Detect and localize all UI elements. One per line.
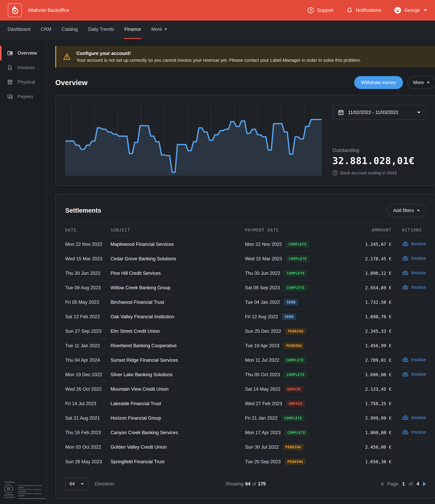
sidebar-item-physical[interactable]: Physical xyxy=(0,75,46,89)
invoice-download-link[interactable]: Invoice xyxy=(402,285,426,290)
row-date: Mon 22 Nov 2022 xyxy=(65,242,111,247)
row-subject: Silver Lake Banking Solutions xyxy=(111,372,245,378)
withdraw-money-button[interactable]: Withdraw money xyxy=(354,76,403,89)
showing-count: 64 xyxy=(245,481,250,487)
outstanding-summary: Outstanding 32.881.028,01€ Bank account … xyxy=(332,147,426,176)
tab-finance[interactable]: Finance xyxy=(124,20,141,39)
row-amount: 1.098,76 € xyxy=(334,314,391,319)
bcorp-corporation-label: Corporation xyxy=(4,496,15,498)
next-page-button[interactable] xyxy=(423,482,426,486)
table-row[interactable]: Tue 09 Aug 2023 Willow Creek Banking Gro… xyxy=(65,281,426,295)
settlements-table: DATE SUBJECT PAYMENT DATE AMMOUNT ACTION… xyxy=(65,223,426,469)
table-row[interactable]: Thu 30 Jun 2022 Pine Hill Credit Service… xyxy=(65,266,426,281)
table-row[interactable]: Wed 26 Oct 2022 Mountain View Credit Uni… xyxy=(65,382,426,396)
table-row[interactable]: Fri 05 May 2023 Birchwood Financial Trus… xyxy=(65,295,426,310)
table-row[interactable]: Sun 27 Sep 2023 Elm Street Credit Union … xyxy=(65,324,426,339)
table-row[interactable]: Wed 15 Mar 2023 Cedar Grove Banking Solu… xyxy=(65,252,426,266)
calendar-icon xyxy=(338,109,344,116)
table-row[interactable]: Mon 03 Oct 2022 Golden Valley Credit Uni… xyxy=(65,440,426,455)
row-actions: Invoice xyxy=(391,285,426,291)
table-row[interactable]: Sat 12 Feb 2022 Oak Valley Financial Ins… xyxy=(65,310,426,324)
table-row[interactable]: Thu 16 Feb 2023 Canyon Creek Banking Ser… xyxy=(65,425,426,440)
support-button[interactable]: Support xyxy=(307,7,333,14)
table-row[interactable]: Sat 21 Aug 2021 Horizon Financial Group … xyxy=(65,411,426,425)
invoice-download-link[interactable]: Invoice xyxy=(402,270,426,276)
finance-sidebar: Overview Invoices Physical Payees xyxy=(0,39,47,504)
row-amount: 2.654,89 € xyxy=(334,285,391,290)
sidebar-item-label: Payees xyxy=(18,94,33,99)
row-subject: Willow Creek Banking Group xyxy=(111,285,245,290)
help-circle-icon[interactable] xyxy=(332,170,338,176)
row-payment-date: Thu 05 Oct 2023 COMPLETE xyxy=(245,371,334,378)
row-amount: 1.800,80 € xyxy=(334,430,391,435)
table-row[interactable]: Thu 04 Apr 2024 Sunset Ridge Financial S… xyxy=(65,353,426,368)
document-icon xyxy=(7,65,13,71)
notifications-label: Notifications xyxy=(356,8,381,13)
row-date: Fri 05 May 2023 xyxy=(65,299,111,305)
table-row[interactable]: Tue 11 Jan 2022 Riverbend Banking Cooper… xyxy=(65,339,426,353)
row-actions: Invoice xyxy=(391,270,426,277)
banner-message: Your account is not set up correctly so … xyxy=(76,58,361,63)
row-date: Fri 14 Jul 2023 xyxy=(65,401,111,406)
cloud-download-icon xyxy=(402,430,409,435)
invoice-download-link[interactable]: Invoice xyxy=(402,371,426,377)
storefront-icon xyxy=(7,79,13,85)
row-amount: 1.650,30 € xyxy=(334,459,391,464)
tab-daily-trends[interactable]: Daily Trends xyxy=(88,20,114,39)
row-amount: 2.345,33 € xyxy=(334,329,391,334)
table-row[interactable]: Fri 14 Jul 2023 Lakeside Financial Trust… xyxy=(65,396,426,411)
table-row[interactable]: Sun 28 May 2023 Springfield Financial Tr… xyxy=(65,455,426,469)
cloud-download-icon xyxy=(402,270,409,275)
tab-dashboard[interactable]: Dashboard xyxy=(7,20,31,39)
row-subject: Elm Street Credit Union xyxy=(111,329,245,334)
invoice-label: Invoice xyxy=(411,256,426,261)
col-actions: ACTIONS xyxy=(391,223,426,237)
invoice-download-link[interactable]: Invoice xyxy=(402,357,426,362)
wallet-icon xyxy=(7,50,13,56)
tab-more[interactable]: More xyxy=(151,20,168,39)
row-date: Tue 11 Jan 2022 xyxy=(65,343,111,348)
tab-crm[interactable]: CRM xyxy=(40,20,52,39)
status-badge: PENDING xyxy=(285,328,306,334)
row-subject: Sunset Ridge Financial Services xyxy=(111,358,245,363)
invoice-download-link[interactable]: Invoice xyxy=(402,241,426,247)
cloud-download-icon xyxy=(402,256,409,261)
row-actions: Invoice xyxy=(391,415,426,422)
page-size-select[interactable]: 64 xyxy=(65,477,88,490)
sidebar-item-payees[interactable]: Payees xyxy=(0,89,46,104)
altafonte-logo[interactable] xyxy=(8,3,22,17)
cloud-download-icon xyxy=(402,285,409,290)
table-footer: 64 Elements Showing 64 of 175 Page 1 of xyxy=(65,474,426,493)
col-subject: SUBJECT xyxy=(111,223,245,237)
status-badge: UNPAID xyxy=(286,400,305,407)
row-subject: Cedar Grove Banking Solutions xyxy=(111,256,245,261)
add-filters-button[interactable]: Add filters xyxy=(387,204,426,217)
tab-catalog[interactable]: Catalog xyxy=(61,20,78,39)
notifications-button[interactable]: Notifications xyxy=(346,7,381,14)
sidebar-item-overview[interactable]: Overview xyxy=(0,46,46,60)
invoice-label: Invoice xyxy=(411,241,426,247)
row-subject: Golden Valley Credit Union xyxy=(111,444,245,450)
status-badge: PENDING xyxy=(285,459,306,465)
invoice-label: Invoice xyxy=(411,430,426,435)
cloud-download-icon xyxy=(402,415,409,420)
sidebar-item-invoices[interactable]: Invoices xyxy=(0,60,46,75)
chevron-down-icon xyxy=(427,82,430,83)
app-title: Altafonte Backoffice xyxy=(28,8,69,13)
invoice-label: Invoice xyxy=(411,357,426,362)
invoice-download-link[interactable]: Invoice xyxy=(402,256,426,261)
previous-page-button[interactable] xyxy=(380,482,383,486)
table-row[interactable]: Mon 19 Dec 2022 Silver Lake Banking Solu… xyxy=(65,368,426,382)
table-row[interactable]: Mon 22 Nov 2022 Maplewood Financial Serv… xyxy=(65,237,426,252)
user-menu[interactable]: George xyxy=(394,7,427,14)
row-subject: Pine Hill Credit Services xyxy=(111,270,245,276)
row-date: Sun 27 Sep 2023 xyxy=(65,329,111,334)
invoice-download-link[interactable]: Invoice xyxy=(402,430,426,435)
altafonte-logo-icon xyxy=(10,6,19,15)
page-more-button[interactable]: More xyxy=(407,76,435,89)
top-app-bar: Altafonte Backoffice Support Notificatio… xyxy=(0,0,435,20)
banknote-icon xyxy=(7,94,13,99)
invoice-download-link[interactable]: Invoice xyxy=(402,415,426,420)
chevron-down-icon xyxy=(417,111,420,113)
date-range-select[interactable]: 11/02/2022 - 11/03/2022 xyxy=(332,105,426,120)
